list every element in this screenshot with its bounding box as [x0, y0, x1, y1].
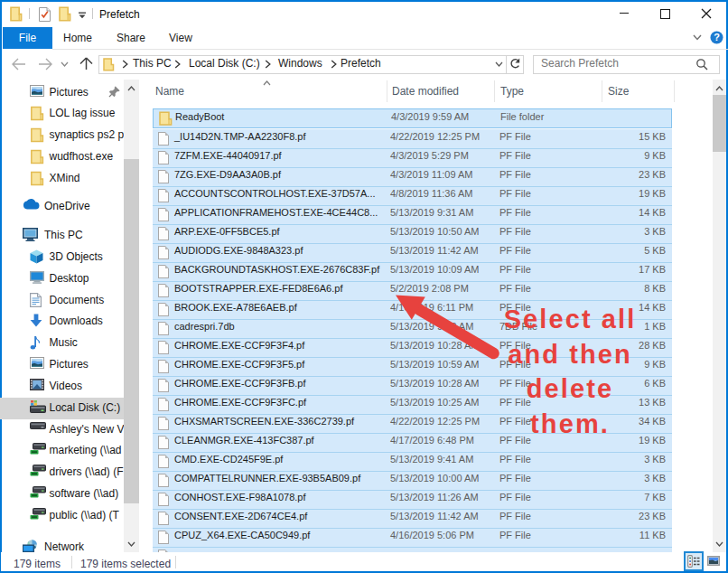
svg-text:?: ? — [714, 32, 720, 42]
